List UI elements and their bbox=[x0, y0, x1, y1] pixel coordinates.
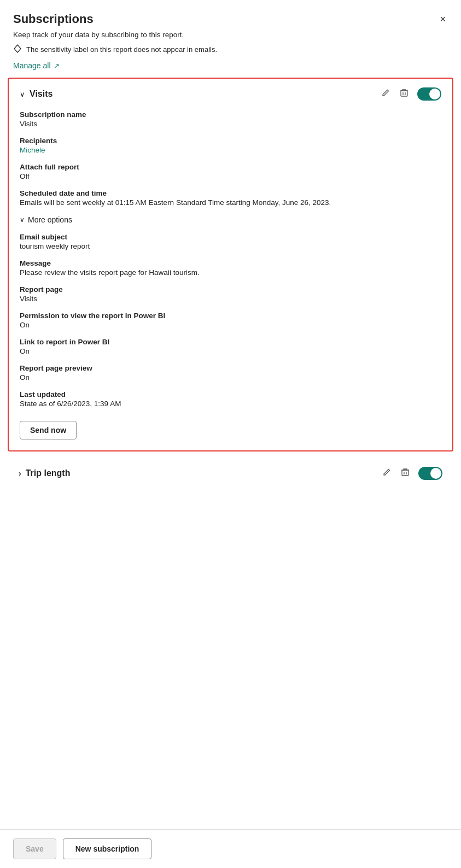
report-preview-field: Report page preview On bbox=[20, 364, 441, 382]
scheduled-label: Scheduled date and time bbox=[20, 189, 441, 197]
external-link-icon: ↗ bbox=[54, 62, 60, 70]
last-updated-value: State as of 6/26/2023, 1:39 AM bbox=[20, 400, 441, 408]
email-subject-label: Email subject bbox=[20, 233, 441, 241]
trip-length-card-left: › Trip length bbox=[19, 468, 70, 478]
new-subscription-button[interactable]: New subscription bbox=[63, 838, 152, 859]
report-preview-label: Report page preview bbox=[20, 364, 441, 372]
trip-length-title: Trip length bbox=[26, 468, 71, 478]
report-preview-value: On bbox=[20, 373, 441, 382]
svg-rect-1 bbox=[402, 470, 409, 476]
recipients-value[interactable]: Michele bbox=[20, 146, 441, 154]
last-updated-label: Last updated bbox=[20, 390, 441, 398]
card-header: ∨ Visits bbox=[20, 87, 441, 101]
report-page-label: Report page bbox=[20, 285, 441, 294]
subscriptions-panel: Subscriptions × Keep track of your data … bbox=[0, 0, 461, 868]
message-field: Message Please review the visits report … bbox=[20, 259, 441, 277]
report-page-value: Visits bbox=[20, 295, 441, 303]
trip-length-delete-button[interactable] bbox=[400, 467, 411, 480]
subscription-name-field: Subscription name Visits bbox=[20, 110, 441, 128]
last-updated-field: Last updated State as of 6/26/2023, 1:39… bbox=[20, 390, 441, 408]
sensitivity-row: The sensitivity label on this report doe… bbox=[0, 42, 461, 59]
close-button[interactable]: × bbox=[437, 12, 448, 26]
visits-subscription-card: ∨ Visits bbox=[8, 78, 453, 451]
permission-value: On bbox=[20, 321, 441, 329]
trip-length-chevron-icon[interactable]: › bbox=[19, 469, 21, 478]
sensitivity-notice-text: The sensitivity label on this report doe… bbox=[26, 45, 217, 54]
recipients-field: Recipients Michele bbox=[20, 137, 441, 154]
trip-length-actions bbox=[381, 467, 442, 480]
link-field: Link to report in Power BI On bbox=[20, 338, 441, 355]
sensitivity-icon bbox=[13, 44, 22, 55]
email-subject-value: tourism weekly report bbox=[20, 242, 441, 250]
panel-header: Subscriptions × bbox=[0, 0, 461, 31]
card-title: Visits bbox=[30, 89, 52, 99]
permission-field: Permission to view the report in Power B… bbox=[20, 312, 441, 329]
message-value: Please review the visits report page for… bbox=[20, 268, 441, 277]
more-options-row[interactable]: ∨ More options bbox=[20, 215, 441, 224]
trip-length-toggle[interactable] bbox=[418, 467, 442, 480]
expand-collapse-chevron[interactable]: ∨ bbox=[20, 90, 25, 98]
permission-label: Permission to view the report in Power B… bbox=[20, 312, 441, 320]
subtitle-text: Keep track of your data by subscribing t… bbox=[0, 31, 461, 42]
link-value: On bbox=[20, 347, 441, 355]
card-actions bbox=[380, 87, 441, 101]
footer: Save New subscription bbox=[0, 829, 461, 868]
attach-full-report-value: Off bbox=[20, 172, 441, 180]
scheduled-value: Emails will be sent weekly at 01:15 AM E… bbox=[20, 198, 441, 207]
delete-button[interactable] bbox=[399, 87, 410, 101]
trip-length-edit-button[interactable] bbox=[381, 467, 392, 480]
attach-full-report-label: Attach full report bbox=[20, 163, 441, 171]
recipients-label: Recipients bbox=[20, 137, 441, 145]
more-options-label: More options bbox=[28, 215, 72, 224]
save-button: Save bbox=[13, 838, 56, 859]
link-label: Link to report in Power BI bbox=[20, 338, 441, 346]
manage-all-label: Manage all bbox=[13, 61, 51, 70]
attach-full-report-field: Attach full report Off bbox=[20, 163, 441, 180]
svg-rect-0 bbox=[401, 91, 407, 96]
trip-length-card: › Trip length bbox=[8, 458, 453, 489]
edit-button[interactable] bbox=[380, 87, 391, 101]
visits-toggle[interactable] bbox=[417, 87, 441, 101]
message-label: Message bbox=[20, 259, 441, 267]
card-header-left: ∨ Visits bbox=[20, 89, 52, 99]
panel-title: Subscriptions bbox=[13, 12, 94, 26]
send-now-button[interactable]: Send now bbox=[20, 421, 77, 439]
subscription-name-value: Visits bbox=[20, 120, 441, 128]
scheduled-field: Scheduled date and time Emails will be s… bbox=[20, 189, 441, 207]
more-options-chevron-icon: ∨ bbox=[20, 216, 25, 224]
subscription-name-label: Subscription name bbox=[20, 110, 441, 119]
manage-all-row: Manage all ↗ bbox=[0, 59, 461, 78]
email-subject-field: Email subject tourism weekly report bbox=[20, 233, 441, 250]
report-page-field: Report page Visits bbox=[20, 285, 441, 303]
manage-all-link[interactable]: Manage all ↗ bbox=[13, 61, 60, 70]
